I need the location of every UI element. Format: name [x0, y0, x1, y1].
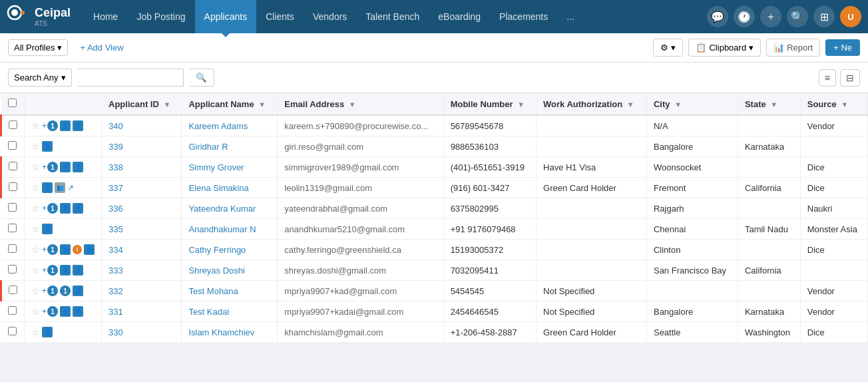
filter-columns-button[interactable]: ≡ [819, 69, 836, 87]
add-icon[interactable]: ＋ [760, 6, 781, 27]
select-all-checkbox[interactable] [8, 98, 17, 107]
row-name[interactable]: Test Kadai [182, 301, 278, 322]
profile-icon[interactable]: 👤 [73, 203, 83, 214]
profile-icon[interactable]: 👤 [73, 306, 83, 317]
profile-icon[interactable]: 👤 [42, 141, 53, 152]
nav-talent-bench[interactable]: Talent Bench [356, 0, 429, 33]
nav-eboarding[interactable]: eBoarding [429, 0, 490, 33]
report-button[interactable]: 📊 Report [766, 39, 820, 57]
grid-icon[interactable]: ⊞ [813, 6, 835, 27]
row-checkbox-cell[interactable] [1, 281, 25, 301]
star-icon[interactable]: ☆ [31, 203, 40, 214]
header-work-auth[interactable]: Work Authorization ▼ [537, 93, 647, 115]
profile-icon[interactable]: 👤 [42, 327, 53, 337]
row-checkbox-cell[interactable] [1, 322, 25, 343]
row-name[interactable]: Anandhakumar N [182, 219, 278, 240]
header-state[interactable]: State ▼ [738, 93, 800, 115]
row-checkbox[interactable] [8, 203, 17, 212]
plus-badge[interactable]: +1 [42, 120, 58, 131]
row-checkbox[interactable] [8, 265, 17, 274]
all-profiles-dropdown[interactable]: All Profiles ▾ [8, 39, 68, 56]
star-icon[interactable]: ☆ [31, 162, 40, 172]
profile-icon[interactable]: 👤 [73, 265, 83, 276]
user-avatar[interactable]: U [840, 6, 861, 27]
add-view-button[interactable]: + Add View [73, 40, 130, 55]
search-icon[interactable]: 🔍 [787, 6, 808, 27]
nav-applicants[interactable]: Applicants [195, 0, 257, 33]
profile-icon[interactable]: 👤 [60, 162, 71, 172]
external-link-icon[interactable]: ↗ [67, 183, 74, 192]
profile-icon[interactable]: 👤 [60, 244, 71, 255]
plus-badge[interactable]: +1 [42, 286, 58, 296]
profile-icon[interactable]: 👤 [60, 265, 71, 276]
row-checkbox[interactable] [8, 141, 17, 150]
profile-icon[interactable]: 👤 [60, 306, 71, 317]
row-checkbox[interactable] [9, 286, 17, 294]
nav-placements[interactable]: Placements [490, 0, 557, 33]
row-name[interactable]: Elena Simakina [182, 178, 278, 198]
row-id[interactable]: 333 [102, 260, 182, 281]
profile-icon[interactable]: 👤 [73, 120, 83, 131]
settings-button[interactable]: ⚙ ▾ [653, 39, 683, 57]
row-name[interactable]: Kareem Adams [182, 115, 278, 136]
nav-more[interactable]: ... [557, 0, 584, 33]
nav-clients[interactable]: Clients [256, 0, 304, 33]
header-city[interactable]: City ▼ [646, 93, 738, 115]
plus-badge[interactable]: +1 [42, 162, 58, 172]
row-checkbox[interactable] [8, 306, 17, 315]
row-checkbox-cell[interactable] [1, 115, 25, 136]
star-icon[interactable]: ☆ [31, 120, 40, 131]
row-checkbox-cell[interactable] [1, 301, 25, 322]
row-checkbox-cell[interactable] [1, 157, 25, 178]
row-id[interactable]: 340 [102, 115, 182, 136]
row-checkbox[interactable] [9, 120, 17, 129]
row-id[interactable]: 330 [102, 322, 182, 343]
row-name[interactable]: Islam Khamchiev [182, 322, 278, 343]
header-applicant-name[interactable]: Applicant Name ▼ [182, 93, 278, 115]
plus-badge[interactable]: +1 [42, 203, 58, 214]
clipboard-button[interactable]: 📋 Clipboard ▾ [688, 39, 761, 57]
row-id[interactable]: 332 [102, 281, 182, 301]
row-checkbox-cell[interactable] [1, 219, 25, 240]
search-input[interactable] [77, 69, 184, 87]
group-icon[interactable]: 👥 [55, 182, 65, 193]
star-icon[interactable]: ☆ [31, 327, 40, 337]
row-id[interactable]: 331 [102, 301, 182, 322]
row-name[interactable]: Test Mohana [182, 281, 278, 301]
profile-icon[interactable]: 👤 [60, 120, 71, 131]
profile-icon[interactable]: 👤 [42, 182, 53, 193]
profile-icon[interactable]: 👤 [73, 162, 83, 172]
profile-icon[interactable]: 👤 [60, 203, 71, 214]
header-applicant-id[interactable]: Applicant ID ▼ [102, 93, 182, 115]
profile-icon[interactable]: 👤 [73, 286, 83, 296]
row-checkbox-cell[interactable] [1, 178, 25, 198]
row-checkbox[interactable] [8, 327, 17, 335]
search-submit-button[interactable]: 🔍 [189, 69, 214, 87]
plus-badge[interactable]: +1 [42, 244, 58, 255]
row-name[interactable]: Shreyas Doshi [182, 260, 278, 281]
star-icon[interactable]: ☆ [31, 141, 40, 152]
star-icon[interactable]: ☆ [31, 265, 40, 276]
row-checkbox-cell[interactable] [1, 260, 25, 281]
header-source[interactable]: Source ▼ [800, 93, 867, 115]
row-checkbox-cell[interactable] [1, 136, 25, 157]
star-icon[interactable]: ☆ [31, 182, 40, 193]
header-mobile[interactable]: Mobile Number ▼ [443, 93, 536, 115]
header-checkbox-cell[interactable] [1, 93, 25, 115]
row-checkbox[interactable] [8, 244, 17, 253]
row-name[interactable]: Simmy Grover [182, 157, 278, 178]
row-checkbox[interactable] [9, 162, 17, 170]
plus-badge[interactable]: +1 [42, 265, 58, 276]
logo[interactable]: Ceipal ATS [7, 5, 71, 29]
chat-icon[interactable]: 💬 [707, 6, 728, 27]
row-id[interactable]: 337 [102, 178, 182, 198]
star-icon[interactable]: ☆ [31, 306, 40, 317]
nav-job-posting[interactable]: Job Posting [127, 0, 194, 33]
row-id[interactable]: 334 [102, 240, 182, 260]
nav-vendors[interactable]: Vendors [304, 0, 356, 33]
row-checkbox-cell[interactable] [1, 240, 25, 260]
header-email[interactable]: Email Address ▼ [278, 93, 443, 115]
row-name[interactable]: Giridhar R [182, 136, 278, 157]
profile-icon[interactable]: 👤 [42, 224, 53, 234]
search-any-dropdown[interactable]: Search Any ▾ [8, 69, 72, 87]
